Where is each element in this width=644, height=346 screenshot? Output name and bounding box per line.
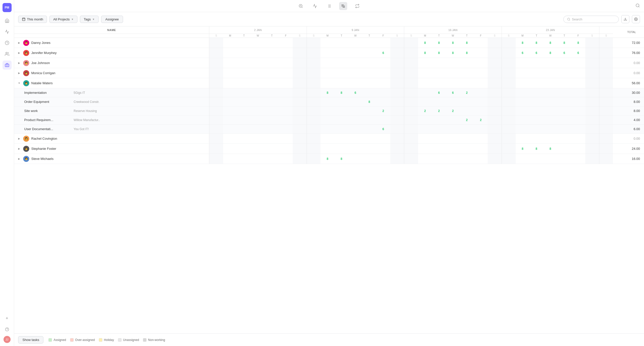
day-cell	[599, 88, 613, 97]
topbar-chart-icon[interactable]	[311, 2, 319, 10]
expand-button[interactable]: ▶	[17, 41, 21, 45]
task-row-0[interactable]: Implementation5Gigs IT	[14, 89, 209, 96]
day-cell	[404, 38, 418, 48]
task-row-2[interactable]: Site workReserve Housing	[14, 107, 209, 114]
day-cell	[446, 78, 460, 88]
expand-button[interactable]: ▼	[17, 81, 21, 85]
person-row-3[interactable]: ▶👩Monica Corrigan	[14, 69, 209, 78]
person-row-5[interactable]: ▶👩Rachel Covington	[14, 134, 209, 143]
day-cell	[599, 58, 613, 68]
search-input[interactable]: Search	[572, 17, 582, 21]
day-cell	[251, 134, 265, 144]
table-row: ▶👩Stephanie Foster88824.00	[14, 144, 644, 154]
day-cell	[376, 154, 390, 164]
expand-button[interactable]: ▶	[17, 61, 21, 65]
day-cell	[279, 68, 293, 78]
assignee-button[interactable]: Assignee	[101, 16, 123, 23]
sidebar-item-activity[interactable]	[3, 27, 12, 36]
legend-item-1: Over-assigned	[70, 338, 95, 342]
person-row-1[interactable]: ▶👩Jennifer Murphey	[14, 48, 209, 57]
task-row-4[interactable]: User Documentati...You Got IT!	[14, 126, 209, 132]
day-cell	[418, 116, 432, 125]
day-cell	[516, 78, 530, 88]
task-row-1[interactable]: Order EquipmentCreekwood Constr.	[14, 98, 209, 105]
topbar-flow-icon[interactable]	[353, 2, 361, 10]
topbar-zoom-icon[interactable]	[297, 2, 305, 10]
total-cell: 0.00	[613, 58, 644, 68]
day-cell	[237, 88, 251, 97]
day-cell	[293, 48, 307, 58]
user-avatar[interactable]: JJ	[4, 336, 11, 343]
task-name: Order Equipment	[24, 100, 70, 104]
sidebar-item-time[interactable]	[3, 38, 12, 47]
task-project: You Got IT!	[74, 127, 89, 131]
svg-point-18	[636, 4, 639, 7]
search-box[interactable]: Search	[563, 16, 619, 23]
sidebar-item-add[interactable]: +	[3, 314, 12, 323]
svg-point-24	[568, 18, 570, 20]
day-cell	[223, 125, 237, 134]
sidebar-item-home[interactable]	[3, 16, 12, 25]
person-row-0[interactable]: ▶👨Danny Jones	[14, 38, 209, 47]
day-cell	[320, 78, 334, 88]
sidebar-item-projects[interactable]	[3, 61, 12, 70]
total-cell: 30.00	[613, 88, 644, 97]
sidebar-item-team[interactable]	[3, 49, 12, 59]
expand-button[interactable]: ▶	[17, 147, 21, 151]
expand-button[interactable]: ▶	[17, 71, 21, 75]
app-logo[interactable]: PM	[3, 3, 12, 12]
person-row-4[interactable]: ▼👩Natalie Waters	[14, 79, 209, 88]
day-cell	[460, 78, 474, 88]
day-cell	[460, 154, 474, 164]
day-header-15: M	[418, 34, 432, 38]
person-row-2[interactable]: ▶🧑Joe Johnson	[14, 59, 209, 68]
day-header-20: S	[488, 34, 502, 38]
topbar-search-icon[interactable]	[635, 3, 640, 9]
day-header-17: W	[446, 34, 460, 38]
expand-button[interactable]: ▶	[17, 51, 21, 55]
day-cell	[307, 106, 320, 116]
person-row-6[interactable]: ▶👩Stephanie Foster	[14, 144, 209, 153]
total-cell: 72.00	[613, 38, 644, 48]
person-row-7[interactable]: ▶🧑Steve Michaels	[14, 154, 209, 163]
tags-button[interactable]: Tags ▼	[80, 16, 98, 23]
day-header-11: T	[362, 34, 376, 38]
task-row-3[interactable]: Product Requirem...Willow Manufactur..	[14, 117, 209, 123]
day-cell	[279, 38, 293, 48]
day-cell	[571, 58, 585, 68]
sidebar-item-help[interactable]	[3, 325, 12, 334]
this-month-button[interactable]: This month	[18, 16, 47, 23]
day-cell	[223, 134, 237, 144]
svg-rect-20	[22, 18, 25, 21]
day-cell: 8	[543, 144, 557, 154]
total-cell: 8.00	[613, 106, 644, 116]
list-item: Site workReserve Housing22228.00	[14, 106, 644, 116]
day-cell	[418, 144, 432, 154]
svg-rect-2	[5, 64, 9, 67]
export-button[interactable]	[621, 15, 629, 23]
day-cell	[348, 116, 362, 125]
svg-point-1	[6, 52, 7, 54]
avatar: 🧑	[23, 60, 29, 66]
day-cell	[348, 78, 362, 88]
day-cell	[223, 78, 237, 88]
day-header-0: S	[209, 34, 223, 38]
day-cell	[543, 68, 557, 78]
day-cell	[335, 125, 348, 134]
topbar-list-icon[interactable]	[325, 2, 333, 10]
day-cell	[474, 48, 488, 58]
legend-item-4: Non-working	[143, 338, 165, 342]
all-projects-button[interactable]: All Projects ▼	[49, 16, 77, 23]
settings-button[interactable]	[632, 15, 640, 23]
task-name: Site work	[24, 109, 70, 113]
table-row: ▶👩Jennifer Murphey688886686676.00	[14, 48, 644, 58]
show-tasks-button[interactable]: Show tasks	[18, 336, 43, 343]
day-cell	[530, 106, 543, 116]
day-cell	[307, 97, 320, 106]
week-header-0: 2 JAN	[209, 26, 307, 34]
day-cell	[474, 38, 488, 48]
expand-button[interactable]: ▶	[17, 137, 21, 141]
expand-button[interactable]: ▶	[17, 157, 21, 161]
day-cell	[293, 134, 307, 144]
topbar-gantt-icon[interactable]	[339, 2, 347, 10]
